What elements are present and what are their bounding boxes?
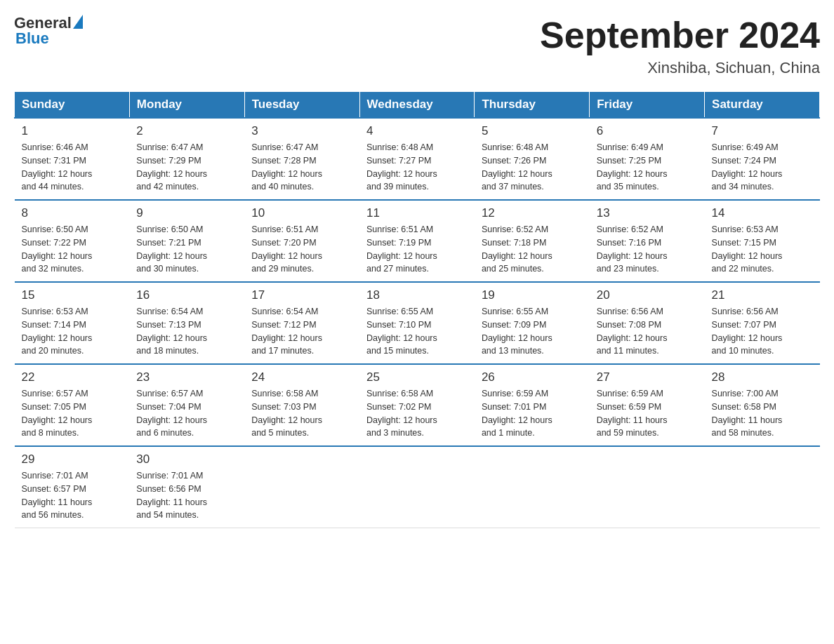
day-info: Sunrise: 6:56 AM Sunset: 7:08 PM Dayligh…: [597, 305, 698, 358]
day-info: Sunrise: 6:55 AM Sunset: 7:09 PM Dayligh…: [482, 305, 583, 358]
day-number: 24: [251, 370, 352, 384]
calendar-cell: 16Sunrise: 6:54 AM Sunset: 7:13 PM Dayli…: [129, 282, 244, 364]
day-info: Sunrise: 6:52 AM Sunset: 7:18 PM Dayligh…: [482, 223, 583, 276]
page-header: General Blue September 2024 Xinshiba, Si…: [14, 14, 820, 77]
day-info: Sunrise: 6:51 AM Sunset: 7:19 PM Dayligh…: [366, 223, 468, 276]
calendar-cell: 6Sunrise: 6:49 AM Sunset: 7:25 PM Daylig…: [590, 118, 705, 200]
day-number: 29: [22, 452, 123, 467]
day-number: 8: [22, 206, 123, 220]
calendar-cell: 2Sunrise: 6:47 AM Sunset: 7:29 PM Daylig…: [129, 118, 244, 200]
day-info: Sunrise: 6:48 AM Sunset: 7:26 PM Dayligh…: [482, 141, 583, 194]
calendar-header-monday: Monday: [129, 92, 244, 119]
day-info: Sunrise: 6:59 AM Sunset: 6:59 PM Dayligh…: [597, 387, 698, 440]
calendar-cell: [244, 446, 359, 528]
calendar-table: SundayMondayTuesdayWednesdayThursdayFrid…: [14, 91, 820, 528]
calendar-cell: 29Sunrise: 7:01 AM Sunset: 6:57 PM Dayli…: [15, 446, 130, 528]
calendar-body: 1Sunrise: 6:46 AM Sunset: 7:31 PM Daylig…: [15, 118, 820, 528]
calendar-subtitle: Xinshiba, Sichuan, China: [540, 59, 820, 77]
day-info: Sunrise: 6:53 AM Sunset: 7:15 PM Dayligh…: [712, 223, 813, 276]
day-number: 23: [136, 370, 237, 384]
day-number: 12: [482, 206, 583, 220]
day-number: 15: [22, 288, 123, 302]
day-info: Sunrise: 6:49 AM Sunset: 7:24 PM Dayligh…: [712, 141, 813, 194]
day-info: Sunrise: 6:57 AM Sunset: 7:04 PM Dayligh…: [136, 387, 237, 440]
calendar-cell: 22Sunrise: 6:57 AM Sunset: 7:05 PM Dayli…: [15, 364, 130, 446]
calendar-header-sunday: Sunday: [15, 92, 130, 119]
calendar-cell: 8Sunrise: 6:50 AM Sunset: 7:22 PM Daylig…: [15, 200, 130, 282]
calendar-cell: 12Sunrise: 6:52 AM Sunset: 7:18 PM Dayli…: [475, 200, 590, 282]
day-number: 25: [366, 370, 468, 384]
day-info: Sunrise: 6:50 AM Sunset: 7:22 PM Dayligh…: [22, 223, 123, 276]
title-block: September 2024 Xinshiba, Sichuan, China: [540, 14, 820, 77]
day-info: Sunrise: 6:47 AM Sunset: 7:28 PM Dayligh…: [251, 141, 352, 194]
day-number: 13: [597, 206, 698, 220]
calendar-week-row: 15Sunrise: 6:53 AM Sunset: 7:14 PM Dayli…: [15, 282, 820, 364]
calendar-cell: 28Sunrise: 7:00 AM Sunset: 6:58 PM Dayli…: [705, 364, 820, 446]
day-number: 16: [136, 288, 237, 302]
day-info: Sunrise: 6:59 AM Sunset: 7:01 PM Dayligh…: [482, 387, 583, 440]
calendar-header-wednesday: Wednesday: [359, 92, 475, 119]
day-info: Sunrise: 6:55 AM Sunset: 7:10 PM Dayligh…: [366, 305, 468, 358]
calendar-cell: 24Sunrise: 6:58 AM Sunset: 7:03 PM Dayli…: [244, 364, 359, 446]
day-number: 22: [22, 370, 123, 384]
calendar-cell: 5Sunrise: 6:48 AM Sunset: 7:26 PM Daylig…: [475, 118, 590, 200]
day-info: Sunrise: 6:54 AM Sunset: 7:12 PM Dayligh…: [251, 305, 352, 358]
calendar-cell: 9Sunrise: 6:50 AM Sunset: 7:21 PM Daylig…: [129, 200, 244, 282]
calendar-header-saturday: Saturday: [705, 92, 820, 119]
day-number: 11: [366, 206, 468, 220]
day-info: Sunrise: 7:01 AM Sunset: 6:57 PM Dayligh…: [22, 469, 123, 522]
day-info: Sunrise: 6:53 AM Sunset: 7:14 PM Dayligh…: [22, 305, 123, 358]
day-number: 30: [136, 452, 237, 467]
calendar-cell: 20Sunrise: 6:56 AM Sunset: 7:08 PM Dayli…: [590, 282, 705, 364]
calendar-cell: 26Sunrise: 6:59 AM Sunset: 7:01 PM Dayli…: [475, 364, 590, 446]
calendar-cell: 7Sunrise: 6:49 AM Sunset: 7:24 PM Daylig…: [705, 118, 820, 200]
day-number: 20: [597, 288, 698, 302]
calendar-header-row: SundayMondayTuesdayWednesdayThursdayFrid…: [15, 92, 820, 119]
day-number: 18: [366, 288, 468, 302]
day-number: 17: [251, 288, 352, 302]
day-info: Sunrise: 6:58 AM Sunset: 7:02 PM Dayligh…: [366, 387, 468, 440]
calendar-title: September 2024: [540, 14, 820, 56]
day-number: 7: [712, 124, 813, 138]
day-info: Sunrise: 6:56 AM Sunset: 7:07 PM Dayligh…: [712, 305, 813, 358]
calendar-cell: 21Sunrise: 6:56 AM Sunset: 7:07 PM Dayli…: [705, 282, 820, 364]
day-info: Sunrise: 6:48 AM Sunset: 7:27 PM Dayligh…: [366, 141, 468, 194]
day-info: Sunrise: 6:54 AM Sunset: 7:13 PM Dayligh…: [136, 305, 237, 358]
calendar-header-friday: Friday: [590, 92, 705, 119]
day-info: Sunrise: 6:46 AM Sunset: 7:31 PM Dayligh…: [22, 141, 123, 194]
day-number: 21: [712, 288, 813, 302]
day-number: 2: [136, 124, 237, 138]
logo-triangle-icon: [73, 15, 83, 29]
calendar-cell: [475, 446, 590, 528]
day-number: 14: [712, 206, 813, 220]
day-number: 10: [251, 206, 352, 220]
day-number: 4: [366, 124, 468, 138]
calendar-cell: 3Sunrise: 6:47 AM Sunset: 7:28 PM Daylig…: [244, 118, 359, 200]
calendar-cell: 15Sunrise: 6:53 AM Sunset: 7:14 PM Dayli…: [15, 282, 130, 364]
day-number: 3: [251, 124, 352, 138]
day-info: Sunrise: 6:52 AM Sunset: 7:16 PM Dayligh…: [597, 223, 698, 276]
logo-blue: Blue: [15, 29, 49, 48]
calendar-cell: [590, 446, 705, 528]
day-info: Sunrise: 6:58 AM Sunset: 7:03 PM Dayligh…: [251, 387, 352, 440]
calendar-cell: 13Sunrise: 6:52 AM Sunset: 7:16 PM Dayli…: [590, 200, 705, 282]
calendar-cell: 18Sunrise: 6:55 AM Sunset: 7:10 PM Dayli…: [359, 282, 475, 364]
calendar-cell: 25Sunrise: 6:58 AM Sunset: 7:02 PM Dayli…: [359, 364, 475, 446]
calendar-cell: [705, 446, 820, 528]
calendar-cell: [359, 446, 475, 528]
calendar-cell: 17Sunrise: 6:54 AM Sunset: 7:12 PM Dayli…: [244, 282, 359, 364]
calendar-cell: 4Sunrise: 6:48 AM Sunset: 7:27 PM Daylig…: [359, 118, 475, 200]
day-info: Sunrise: 6:57 AM Sunset: 7:05 PM Dayligh…: [22, 387, 123, 440]
calendar-cell: 23Sunrise: 6:57 AM Sunset: 7:04 PM Dayli…: [129, 364, 244, 446]
day-info: Sunrise: 6:49 AM Sunset: 7:25 PM Dayligh…: [597, 141, 698, 194]
calendar-week-row: 8Sunrise: 6:50 AM Sunset: 7:22 PM Daylig…: [15, 200, 820, 282]
day-info: Sunrise: 7:00 AM Sunset: 6:58 PM Dayligh…: [712, 387, 813, 440]
day-info: Sunrise: 6:47 AM Sunset: 7:29 PM Dayligh…: [136, 141, 237, 194]
calendar-week-row: 22Sunrise: 6:57 AM Sunset: 7:05 PM Dayli…: [15, 364, 820, 446]
calendar-cell: 11Sunrise: 6:51 AM Sunset: 7:19 PM Dayli…: [359, 200, 475, 282]
day-number: 6: [597, 124, 698, 138]
calendar-cell: 14Sunrise: 6:53 AM Sunset: 7:15 PM Dayli…: [705, 200, 820, 282]
day-info: Sunrise: 7:01 AM Sunset: 6:56 PM Dayligh…: [136, 469, 237, 522]
calendar-cell: 30Sunrise: 7:01 AM Sunset: 6:56 PM Dayli…: [129, 446, 244, 528]
logo: General Blue: [14, 14, 83, 48]
